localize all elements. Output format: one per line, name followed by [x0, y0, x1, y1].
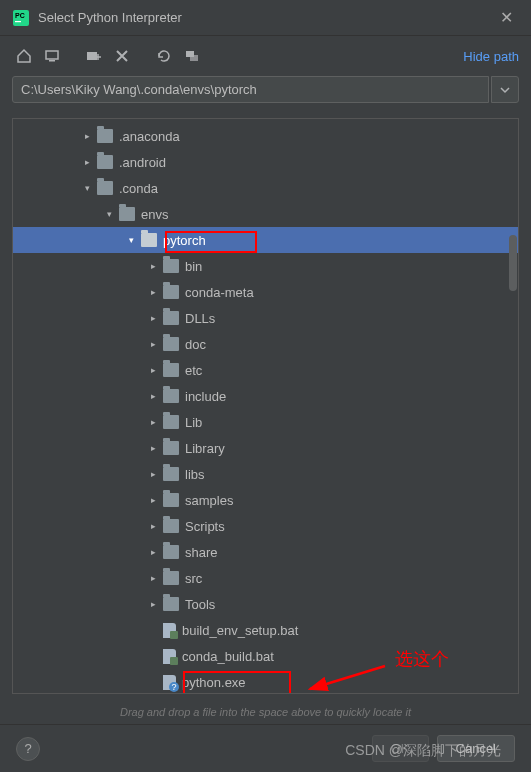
chevron-down-icon[interactable]: ▾	[79, 183, 95, 193]
ok-button[interactable]: OK	[372, 735, 429, 762]
tree-row[interactable]: ▾pytorch	[13, 227, 518, 253]
hide-path-link[interactable]: Hide path	[463, 49, 519, 64]
tree-row[interactable]: ▸share	[13, 539, 518, 565]
chevron-right-icon[interactable]: ▸	[145, 547, 161, 557]
chevron-right-icon[interactable]: ▸	[145, 313, 161, 323]
chevron-down-icon[interactable]: ▾	[101, 209, 117, 219]
chevron-right-icon[interactable]: ▸	[145, 391, 161, 401]
tree-item-label: Scripts	[185, 519, 225, 534]
chevron-right-icon[interactable]: ▸	[145, 495, 161, 505]
chevron-down-icon	[500, 85, 510, 95]
tree-row[interactable]: build_env_setup.bat	[13, 617, 518, 643]
chevron-right-icon[interactable]: ▸	[145, 287, 161, 297]
tree-row[interactable]: ▾.conda	[13, 175, 518, 201]
chevron-right-icon[interactable]: ▸	[145, 417, 161, 427]
new-folder-icon[interactable]	[82, 44, 106, 68]
folder-icon	[163, 311, 179, 325]
folder-icon	[163, 259, 179, 273]
drop-hint: Drag and drop a file into the space abov…	[0, 706, 531, 718]
tree-item-label: src	[185, 571, 202, 586]
svg-rect-3	[46, 51, 58, 59]
tree-row[interactable]: ▸.android	[13, 149, 518, 175]
tree-item-label: include	[185, 389, 226, 404]
chevron-down-icon[interactable]: ▾	[123, 235, 139, 245]
chevron-right-icon[interactable]: ▸	[145, 573, 161, 583]
folder-icon	[163, 285, 179, 299]
tree-item-label: share	[185, 545, 218, 560]
tree-row[interactable]: ▸DLLs	[13, 305, 518, 331]
show-hidden-icon[interactable]	[180, 44, 204, 68]
svg-rect-7	[190, 55, 198, 61]
chevron-right-icon[interactable]: ▸	[145, 339, 161, 349]
folder-icon	[163, 519, 179, 533]
tree-row[interactable]: ▸src	[13, 565, 518, 591]
tree-row[interactable]: ▸Tools	[13, 591, 518, 617]
folder-icon	[163, 337, 179, 351]
file-icon	[163, 675, 176, 690]
tree-row[interactable]: conda_build.bat	[13, 643, 518, 669]
tree-item-label: etc	[185, 363, 202, 378]
svg-rect-4	[49, 60, 55, 62]
folder-icon	[163, 389, 179, 403]
folder-icon	[163, 415, 179, 429]
titlebar: PC Select Python Interpreter ✕	[0, 0, 531, 36]
tree-row[interactable]: ▸Scripts	[13, 513, 518, 539]
svg-rect-5	[87, 52, 97, 60]
folder-icon	[119, 207, 135, 221]
folder-icon	[97, 129, 113, 143]
delete-icon[interactable]	[110, 44, 134, 68]
folder-icon	[163, 597, 179, 611]
tree-row[interactable]: ▸bin	[13, 253, 518, 279]
tree-item-label: Lib	[185, 415, 202, 430]
chevron-right-icon[interactable]: ▸	[145, 521, 161, 531]
chevron-right-icon[interactable]: ▸	[145, 469, 161, 479]
path-input[interactable]	[12, 76, 489, 103]
home-icon[interactable]	[12, 44, 36, 68]
chevron-right-icon[interactable]: ▸	[79, 157, 95, 167]
path-row	[0, 76, 531, 109]
tree-row[interactable]: python.exe	[13, 669, 518, 694]
app-icon: PC	[12, 9, 30, 27]
tree-item-label: bin	[185, 259, 202, 274]
tree-row[interactable]: ▸Library	[13, 435, 518, 461]
file-icon	[163, 623, 176, 638]
window-title: Select Python Interpreter	[38, 10, 494, 25]
tree-item-label: .anaconda	[119, 129, 180, 144]
tree-item-label: samples	[185, 493, 233, 508]
tree-item-label: Tools	[185, 597, 215, 612]
tree-row[interactable]: ▸samples	[13, 487, 518, 513]
help-button[interactable]: ?	[16, 737, 40, 761]
tree-row[interactable]: ▸include	[13, 383, 518, 409]
tree-item-label: build_env_setup.bat	[182, 623, 298, 638]
tree-row[interactable]: ▸.anaconda	[13, 123, 518, 149]
desktop-icon[interactable]	[40, 44, 64, 68]
tree-item-label: python.exe	[182, 675, 246, 690]
tree-item-label: conda-meta	[185, 285, 254, 300]
chevron-right-icon[interactable]: ▸	[145, 261, 161, 271]
tree-row[interactable]: ▸libs	[13, 461, 518, 487]
tree-row[interactable]: ▾envs	[13, 201, 518, 227]
tree-row[interactable]: ▸etc	[13, 357, 518, 383]
refresh-icon[interactable]	[152, 44, 176, 68]
cancel-button[interactable]: Cancel	[437, 735, 515, 762]
chevron-right-icon[interactable]: ▸	[79, 131, 95, 141]
folder-icon	[141, 233, 157, 247]
tree-item-label: conda_build.bat	[182, 649, 274, 664]
tree-row[interactable]: ▸Lib	[13, 409, 518, 435]
toolbar: Hide path	[0, 36, 531, 76]
close-icon[interactable]: ✕	[494, 8, 519, 27]
chevron-right-icon[interactable]: ▸	[145, 365, 161, 375]
path-dropdown[interactable]	[491, 76, 519, 103]
tree-item-label: .conda	[119, 181, 158, 196]
chevron-right-icon[interactable]: ▸	[145, 443, 161, 453]
folder-icon	[163, 571, 179, 585]
tree-row[interactable]: ▸doc	[13, 331, 518, 357]
tree-row[interactable]: ▸conda-meta	[13, 279, 518, 305]
chevron-right-icon[interactable]: ▸	[145, 599, 161, 609]
footer: ? OK Cancel	[0, 724, 531, 772]
tree-item-label: Library	[185, 441, 225, 456]
tree-item-label: libs	[185, 467, 205, 482]
tree-item-label: .android	[119, 155, 166, 170]
file-tree[interactable]: ▸.anaconda▸.android▾.conda▾envs▾pytorch▸…	[12, 118, 519, 694]
scrollbar-thumb[interactable]	[509, 235, 517, 291]
